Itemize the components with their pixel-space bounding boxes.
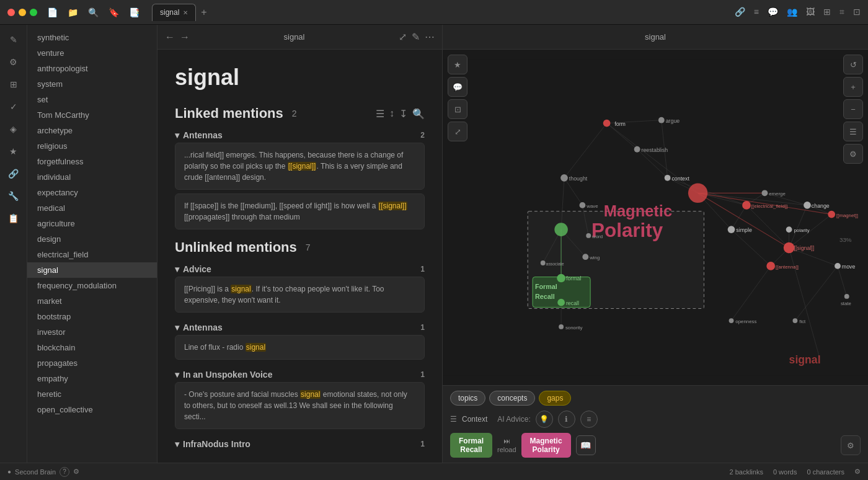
note-item-expectancy[interactable]: expectancy (27, 185, 157, 200)
note-item-forgetfulness[interactable]: forgetfulness (27, 154, 157, 169)
concepts-tag[interactable]: concepts (489, 391, 535, 406)
voice-title: In an Unspoken Voice (183, 370, 272, 380)
voice-card[interactable]: - One's posture and facial muscles signa… (175, 382, 425, 429)
topics-tag[interactable]: topics (450, 391, 485, 406)
note-item-system[interactable]: system (27, 76, 157, 92)
minimize-button[interactable] (19, 9, 26, 16)
unlinked-advice-header[interactable]: ▾ Advice 1 (175, 262, 425, 277)
mention-card-2[interactable]: If [[space]] is the [[medium]], [[speed … (175, 193, 425, 229)
note-item-electrical-field[interactable]: electrical_field (27, 247, 157, 262)
chat-icon[interactable]: 💬 (768, 7, 778, 17)
settings-graph-icon[interactable]: ⚙ (843, 144, 863, 164)
gaps-tag[interactable]: gaps (539, 391, 571, 406)
antennas-card[interactable]: Line of flux - radio signal (175, 335, 425, 360)
graph-icon[interactable]: ⊞ (823, 7, 831, 17)
tool-icon-btn[interactable]: 🔧 (4, 186, 24, 206)
bookmark-icon[interactable]: 🔖 (108, 7, 119, 17)
note-item-signal[interactable]: signal (27, 262, 157, 278)
search-icon[interactable]: 🔍 (88, 7, 99, 17)
gear-bottom-icon[interactable]: ⚙ (841, 435, 861, 455)
sort-az-icon[interactable]: ↧ (399, 108, 407, 120)
back-icon[interactable]: ← (165, 32, 175, 43)
info-icon[interactable]: ℹ (558, 411, 575, 428)
zoom-in-icon[interactable]: + (843, 77, 863, 97)
help-icon[interactable]: ? (60, 467, 69, 477)
star-icon-btn[interactable]: ★ (4, 141, 24, 161)
list-ai-icon[interactable]: ≡ (580, 411, 598, 428)
note-item-set[interactable]: set (27, 92, 157, 107)
doc-icon-btn[interactable]: 📋 (4, 208, 24, 228)
maximize-button[interactable] (30, 9, 37, 16)
chat-graph-icon[interactable]: 💬 (448, 77, 467, 97)
svg-point-52 (688, 184, 707, 203)
svg-point-71 (766, 262, 775, 270)
unlinked-infra-header[interactable]: ▾ InfraNodus Intro 1 (175, 437, 425, 451)
linked-antennas-header[interactable]: ▾ Antennas 2 (175, 128, 425, 143)
add-tab-button[interactable]: + (198, 7, 209, 18)
note-item-investor[interactable]: investor (27, 324, 157, 340)
note-item-blockchain[interactable]: blockchain (27, 340, 157, 355)
expand-icon[interactable]: ⤢ (399, 31, 407, 43)
copy-graph-icon[interactable]: ⊡ (448, 99, 467, 119)
edit-pencil-icon[interactable]: ✎ (412, 31, 420, 43)
star-graph-icon[interactable]: ★ (448, 55, 467, 74)
note-item-agriculture[interactable]: agriculture (27, 216, 157, 231)
note-item-propagates[interactable]: propagates (27, 355, 157, 371)
note-item-bootstrap[interactable]: bootstrap (27, 309, 157, 324)
formal-recall-button[interactable]: FormalRecall (450, 433, 492, 458)
settings-icon-btn[interactable]: ⚙ (4, 52, 24, 72)
folder-icon[interactable]: 📁 (68, 7, 78, 17)
layout-icon[interactable]: ⊡ (853, 7, 861, 17)
note-item-design[interactable]: design (27, 231, 157, 247)
note-item-individual[interactable]: individual (27, 169, 157, 185)
people-icon[interactable]: 👥 (787, 7, 797, 17)
lightbulb-icon[interactable]: 💡 (536, 411, 553, 428)
check-icon-btn[interactable]: ✓ (4, 97, 24, 117)
gear-status-icon[interactable]: ⚙ (854, 468, 861, 476)
close-button[interactable] (7, 9, 15, 16)
list-view-icon[interactable]: ☰ (376, 108, 384, 120)
export-graph-icon[interactable]: ⤢ (448, 122, 467, 141)
hierarchy-icon-btn[interactable]: ⊞ (4, 74, 24, 94)
note-item-anthropologist[interactable]: anthropologist (27, 61, 157, 76)
magnetic-polarity-button[interactable]: MagneticPolarity (521, 433, 571, 458)
note-item-market[interactable]: market (27, 293, 157, 309)
tab-signal[interactable]: signal ✕ (152, 4, 196, 21)
tab-close-icon[interactable]: ✕ (183, 9, 188, 16)
unlinked-antennas-header[interactable]: ▾ Antennas 1 (175, 320, 425, 335)
sort-icon[interactable]: ↕ (389, 108, 394, 120)
share-icon[interactable]: ⌗ (839, 7, 844, 17)
reload-button[interactable]: ⏭ reload (497, 437, 516, 453)
network-icon-btn[interactable]: ◈ (4, 119, 24, 139)
image-icon[interactable]: 🖼 (806, 7, 815, 17)
refresh-graph-icon[interactable]: ↺ (843, 55, 863, 74)
advice-card[interactable]: [[Pricing]] is a signal. If it's too che… (175, 277, 425, 313)
book-icon[interactable]: 📖 (576, 435, 596, 455)
search-mentions-icon[interactable]: 🔍 (412, 108, 425, 120)
note-item-heretic[interactable]: heretic (27, 386, 157, 402)
link-icon[interactable]: 🔗 (735, 7, 745, 17)
note-item-medical[interactable]: medical (27, 200, 157, 216)
note-item-frequency-modulation[interactable]: frequency_modulation (27, 278, 157, 293)
unlinked-voice-header[interactable]: ▾ In an Unspoken Voice 1 (175, 367, 425, 382)
zoom-out-icon[interactable]: − (843, 99, 863, 119)
more-icon[interactable]: ⋯ (425, 31, 435, 43)
note-item-venture[interactable]: venture (27, 45, 157, 61)
mention-card-1[interactable]: ...rical field]] emerges. This happens, … (175, 143, 425, 190)
edit-icon-btn[interactable]: ✎ (4, 30, 24, 50)
list-icon[interactable]: ≡ (754, 7, 759, 17)
link2-icon-btn[interactable]: 🔗 (4, 164, 24, 184)
note-item-open-collective[interactable]: open_collective (27, 402, 157, 417)
pages-icon[interactable]: 📑 (129, 7, 140, 17)
forward-icon[interactable]: → (180, 32, 190, 43)
note-item-empathy[interactable]: empathy (27, 371, 157, 386)
note-item-tom-mccarthy[interactable]: Tom McCarthy (27, 107, 157, 123)
svg-text:Recall: Recall (535, 293, 555, 300)
note-item-synthetic[interactable]: synthetic (27, 30, 157, 45)
note-item-archetype[interactable]: archetype (27, 123, 157, 138)
file-icon[interactable]: 📄 (47, 7, 58, 17)
settings-status-icon[interactable]: ⚙ (73, 468, 79, 476)
note-item-religious[interactable]: religious (27, 138, 157, 154)
layers-icon[interactable]: ☰ (843, 122, 863, 141)
graph-canvas[interactable]: form argue reestablish thought context M… (443, 50, 868, 385)
